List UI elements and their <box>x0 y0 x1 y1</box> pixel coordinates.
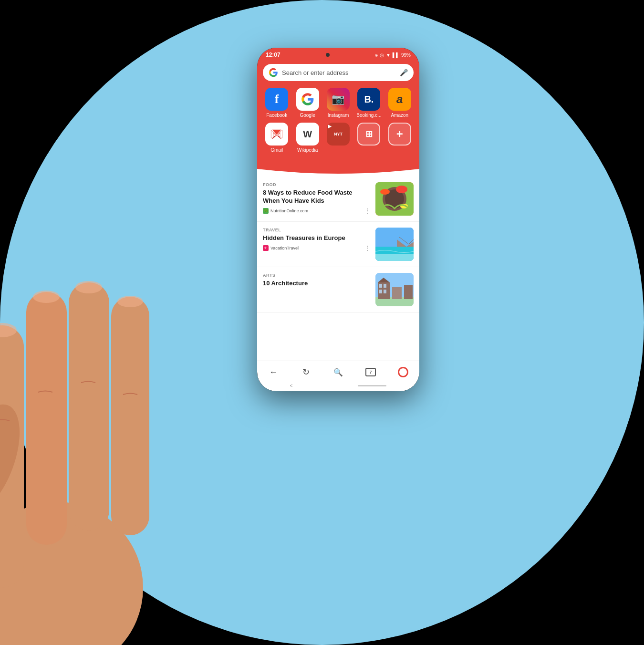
svg-rect-3 <box>69 282 109 531</box>
signal-icon: ▌▌ <box>393 52 399 58</box>
svg-rect-4 <box>111 297 149 535</box>
news-item-food[interactable]: FOOD 8 Ways to Reduce Food Waste When Yo… <box>257 177 419 222</box>
facebook-icon: f <box>265 88 288 111</box>
nav-search-button[interactable]: 🔍 <box>329 365 348 379</box>
bottom-nav: ← ↻ 🔍 7 <box>257 361 419 381</box>
app-item-add[interactable]: + <box>386 123 414 153</box>
svg-rect-29 <box>404 285 413 299</box>
booking-label: Booking.c... <box>356 113 381 118</box>
news-icon: ▶ NYT <box>327 123 350 146</box>
app-item-gmail[interactable]: Gmail <box>263 123 291 153</box>
gmail-icon <box>265 123 288 146</box>
svg-rect-28 <box>392 287 402 299</box>
home-indicator: < <box>257 381 419 391</box>
google-g-logo <box>269 68 278 77</box>
bluetooth-icon: ⎈ <box>375 52 378 58</box>
svg-rect-27 <box>384 290 386 293</box>
svg-point-8 <box>75 281 102 293</box>
news-feed: FOOD 8 Ways to Reduce Food Waste When Yo… <box>257 177 419 361</box>
instagram-icon: 📷 <box>327 88 350 111</box>
google-label: Google <box>300 113 315 118</box>
news-item-travel[interactable]: TRAVEL Hidden Treasures in Europe ✈ Vaca… <box>257 222 419 267</box>
instagram-label: Instagram <box>328 113 349 118</box>
app-item-instagram[interactable]: 📷 Instagram <box>324 88 352 118</box>
wikipedia-icon: W <box>296 123 319 146</box>
app-item-wikipedia[interactable]: W Wikipedia <box>293 123 321 153</box>
news-thumb-food <box>375 182 414 216</box>
svg-point-13 <box>396 186 407 193</box>
news-title-arts: 10 Architecture <box>263 280 371 288</box>
gmail-label: Gmail <box>270 147 283 153</box>
news-source-row-travel: ✈ VacationTravel ⋮ <box>263 244 371 252</box>
booking-icon: B. <box>357 88 380 111</box>
nav-opera-button[interactable] <box>394 365 413 379</box>
front-camera <box>326 53 330 57</box>
app-item-news[interactable]: ▶ NYT <box>324 123 352 153</box>
news-thumb-travel <box>375 228 414 261</box>
search-placeholder: Search or enter address <box>282 69 396 76</box>
nav-refresh-button[interactable]: ↻ <box>296 365 315 379</box>
phone-device: 12:07 ⎈ ◎ ▼ ▌▌ 99% <box>257 48 419 391</box>
news-source-travel: ✈ VacationTravel <box>263 245 299 251</box>
opera-logo-icon <box>398 367 408 377</box>
wifi-icon: ▼ <box>386 52 391 58</box>
amazon-icon: a <box>388 88 411 111</box>
svg-rect-18 <box>375 254 414 261</box>
background-circle: 12:07 ⎈ ◎ ▼ ▌▌ 99% <box>0 0 644 645</box>
news-source-row-food: 🌿 NutritionOnline.com ⋮ <box>263 207 371 215</box>
news-content-arts: ARTS 10 Architecture <box>263 273 371 288</box>
news-title-food: 8 Ways to Reduce Food Waste When You Hav… <box>263 189 371 205</box>
back-arrow-icon: ← <box>269 367 278 377</box>
news-category-travel: TRAVEL <box>263 228 371 232</box>
svg-point-14 <box>380 189 390 195</box>
news-category-arts: ARTS <box>263 273 371 278</box>
hand-illustration <box>0 230 191 645</box>
news-item-arts[interactable]: ARTS 10 Architecture <box>257 267 419 312</box>
app-grid-row1: f Facebook <box>263 88 414 118</box>
browser-top-section: Search or enter address 🎤 f Facebook <box>257 60 419 177</box>
battery-icon: 99% <box>401 52 411 58</box>
home-bar[interactable] <box>358 385 386 386</box>
refresh-icon: ↻ <box>302 367 310 377</box>
nav-back-button[interactable]: ← <box>264 365 283 379</box>
source-icon-food: 🌿 <box>263 208 269 214</box>
svg-rect-26 <box>379 290 382 293</box>
tab-manager-icon: ⊞ <box>357 123 380 146</box>
tabs-count: 7 <box>369 370 372 375</box>
svg-point-7 <box>33 291 60 303</box>
svg-rect-2 <box>26 292 67 545</box>
svg-rect-25 <box>384 284 386 288</box>
news-thumb-arts <box>375 273 414 306</box>
source-name-food: NutritionOnline.com <box>270 208 308 213</box>
amazon-label: Amazon <box>391 113 408 118</box>
app-item-booking[interactable]: B. Booking.c... <box>355 88 383 118</box>
microphone-icon[interactable]: 🎤 <box>400 69 408 76</box>
chevron-up-icon: < <box>290 383 293 388</box>
nav-tabs-button[interactable]: 7 <box>361 365 380 379</box>
news-category-food: FOOD <box>263 182 371 187</box>
facebook-label: Facebook <box>266 113 287 118</box>
news-content-food: FOOD 8 Ways to Reduce Food Waste When Yo… <box>263 182 371 215</box>
app-item-facebook[interactable]: f Facebook <box>263 88 291 118</box>
source-name-travel: VacationTravel <box>270 246 299 250</box>
svg-rect-24 <box>379 284 382 288</box>
app-item-tab-manager[interactable]: ⊞ <box>355 123 383 153</box>
app-item-google[interactable]: Google <box>293 88 321 118</box>
svg-point-9 <box>117 296 143 307</box>
news-menu-travel[interactable]: ⋮ <box>364 244 371 252</box>
news-content-travel: TRAVEL Hidden Treasures in Europe ✈ Vaca… <box>263 228 371 252</box>
search-icon: 🔍 <box>333 368 343 377</box>
status-time: 12:07 <box>266 52 280 58</box>
location-icon: ◎ <box>380 52 384 58</box>
google-icon <box>296 88 319 111</box>
search-bar[interactable]: Search or enter address 🎤 <box>263 64 414 81</box>
news-title-travel: Hidden Treasures in Europe <box>263 234 371 242</box>
tabs-count-badge: 7 <box>365 368 376 376</box>
news-menu-food[interactable]: ⋮ <box>364 207 371 215</box>
app-item-amazon[interactable]: a Amazon <box>386 88 414 118</box>
wikipedia-label: Wikipedia <box>297 147 318 153</box>
source-icon-travel: ✈ <box>263 245 269 251</box>
app-grid-row2: Gmail W Wikipedia <box>263 123 414 153</box>
news-source-food: 🌿 NutritionOnline.com <box>263 208 308 214</box>
add-icon: + <box>388 123 411 146</box>
